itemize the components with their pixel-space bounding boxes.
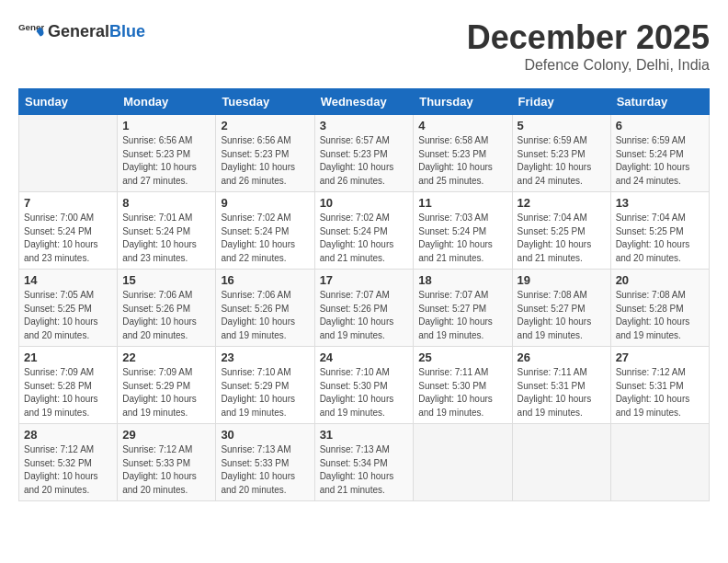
- header: General GeneralBlue December 2025 Defenc…: [18, 18, 710, 74]
- day-number: 4: [418, 119, 506, 132]
- calendar-table: SundayMondayTuesdayWednesdayThursdayFrid…: [18, 88, 710, 501]
- calendar-cell: 19Sunrise: 7:08 AM Sunset: 5:27 PM Dayli…: [512, 270, 610, 347]
- weekday-header-friday: Friday: [512, 89, 610, 115]
- day-number: 31: [320, 428, 409, 442]
- month-title: December 2025: [467, 18, 710, 57]
- logo-general: General: [48, 22, 109, 40]
- calendar-cell: 26Sunrise: 7:11 AM Sunset: 5:31 PM Dayli…: [512, 347, 610, 424]
- day-info: Sunrise: 7:10 AM Sunset: 5:30 PM Dayligh…: [320, 366, 409, 419]
- day-number: 26: [518, 350, 606, 364]
- day-info: Sunrise: 6:57 AM Sunset: 5:23 PM Dayligh…: [320, 134, 409, 188]
- calendar-cell: 10Sunrise: 7:02 AM Sunset: 5:24 PM Dayli…: [314, 192, 414, 270]
- title-area: December 2025 Defence Colony, Delhi, Ind…: [467, 18, 710, 74]
- day-info: Sunrise: 6:58 AM Sunset: 5:23 PM Dayligh…: [418, 134, 506, 188]
- day-number: 10: [320, 196, 409, 210]
- calendar-cell: [610, 424, 709, 501]
- day-number: 5: [518, 119, 606, 132]
- calendar-cell: 14Sunrise: 7:05 AM Sunset: 5:25 PM Dayli…: [19, 270, 118, 347]
- day-number: 7: [24, 196, 112, 210]
- calendar-cell: 16Sunrise: 7:06 AM Sunset: 5:26 PM Dayli…: [216, 270, 314, 347]
- calendar-week-1: 1Sunrise: 6:56 AM Sunset: 5:23 PM Daylig…: [19, 115, 710, 192]
- day-info: Sunrise: 7:00 AM Sunset: 5:24 PM Dayligh…: [24, 212, 112, 265]
- day-info: Sunrise: 7:06 AM Sunset: 5:26 PM Dayligh…: [221, 289, 309, 342]
- calendar-cell: 18Sunrise: 7:07 AM Sunset: 5:27 PM Dayli…: [414, 270, 512, 347]
- day-number: 19: [518, 273, 606, 287]
- calendar-week-4: 21Sunrise: 7:09 AM Sunset: 5:28 PM Dayli…: [19, 347, 710, 424]
- calendar-cell: 15Sunrise: 7:06 AM Sunset: 5:26 PM Dayli…: [118, 270, 216, 347]
- calendar-cell: 13Sunrise: 7:04 AM Sunset: 5:25 PM Dayli…: [610, 192, 709, 270]
- day-info: Sunrise: 6:59 AM Sunset: 5:23 PM Dayligh…: [518, 134, 606, 188]
- day-info: Sunrise: 7:12 AM Sunset: 5:32 PM Dayligh…: [24, 443, 112, 497]
- calendar-cell: 9Sunrise: 7:02 AM Sunset: 5:24 PM Daylig…: [216, 192, 314, 270]
- day-number: 14: [24, 273, 112, 287]
- day-info: Sunrise: 6:59 AM Sunset: 5:24 PM Dayligh…: [616, 134, 704, 188]
- weekday-header-monday: Monday: [118, 89, 216, 115]
- calendar-cell: 12Sunrise: 7:04 AM Sunset: 5:25 PM Dayli…: [512, 192, 610, 270]
- calendar-cell: 11Sunrise: 7:03 AM Sunset: 5:24 PM Dayli…: [414, 192, 512, 270]
- calendar-week-5: 28Sunrise: 7:12 AM Sunset: 5:32 PM Dayli…: [19, 424, 710, 501]
- weekday-header-saturday: Saturday: [610, 89, 709, 115]
- calendar-cell: 20Sunrise: 7:08 AM Sunset: 5:28 PM Dayli…: [610, 270, 709, 347]
- day-number: 29: [122, 428, 210, 442]
- location-title: Defence Colony, Delhi, India: [467, 57, 710, 74]
- day-info: Sunrise: 7:11 AM Sunset: 5:30 PM Dayligh…: [418, 366, 506, 419]
- calendar-cell: 23Sunrise: 7:10 AM Sunset: 5:29 PM Dayli…: [216, 347, 314, 424]
- day-info: Sunrise: 7:10 AM Sunset: 5:29 PM Dayligh…: [221, 366, 309, 419]
- calendar-cell: 7Sunrise: 7:00 AM Sunset: 5:24 PM Daylig…: [19, 192, 118, 270]
- day-info: Sunrise: 7:06 AM Sunset: 5:26 PM Dayligh…: [122, 289, 210, 342]
- day-info: Sunrise: 7:08 AM Sunset: 5:28 PM Dayligh…: [616, 289, 704, 342]
- calendar-cell: 8Sunrise: 7:01 AM Sunset: 5:24 PM Daylig…: [118, 192, 216, 270]
- day-number: 23: [221, 350, 309, 364]
- day-number: 20: [616, 273, 704, 287]
- calendar-cell: 29Sunrise: 7:12 AM Sunset: 5:33 PM Dayli…: [118, 424, 216, 501]
- calendar-week-2: 7Sunrise: 7:00 AM Sunset: 5:24 PM Daylig…: [19, 192, 710, 270]
- calendar-week-3: 14Sunrise: 7:05 AM Sunset: 5:25 PM Dayli…: [19, 270, 710, 347]
- day-number: 8: [122, 196, 210, 210]
- day-info: Sunrise: 7:01 AM Sunset: 5:24 PM Dayligh…: [122, 212, 210, 265]
- calendar-cell: [19, 115, 118, 192]
- day-info: Sunrise: 7:08 AM Sunset: 5:27 PM Dayligh…: [518, 289, 606, 342]
- day-number: 13: [616, 196, 704, 210]
- day-info: Sunrise: 7:07 AM Sunset: 5:27 PM Dayligh…: [418, 289, 506, 342]
- logo-icon: General: [18, 18, 44, 44]
- day-info: Sunrise: 6:56 AM Sunset: 5:23 PM Dayligh…: [122, 134, 210, 188]
- day-info: Sunrise: 7:02 AM Sunset: 5:24 PM Dayligh…: [221, 212, 309, 265]
- calendar-cell: 28Sunrise: 7:12 AM Sunset: 5:32 PM Dayli…: [19, 424, 118, 501]
- day-info: Sunrise: 7:09 AM Sunset: 5:29 PM Dayligh…: [122, 366, 210, 419]
- calendar-cell: 27Sunrise: 7:12 AM Sunset: 5:31 PM Dayli…: [610, 347, 709, 424]
- weekday-header-wednesday: Wednesday: [314, 89, 414, 115]
- day-info: Sunrise: 7:07 AM Sunset: 5:26 PM Dayligh…: [320, 289, 409, 342]
- calendar-cell: [414, 424, 512, 501]
- day-info: Sunrise: 7:02 AM Sunset: 5:24 PM Dayligh…: [320, 212, 409, 265]
- calendar-cell: 6Sunrise: 6:59 AM Sunset: 5:24 PM Daylig…: [610, 115, 709, 192]
- day-info: Sunrise: 7:13 AM Sunset: 5:34 PM Dayligh…: [320, 443, 409, 497]
- calendar-cell: 4Sunrise: 6:58 AM Sunset: 5:23 PM Daylig…: [414, 115, 512, 192]
- day-info: Sunrise: 7:04 AM Sunset: 5:25 PM Dayligh…: [616, 212, 704, 265]
- day-number: 6: [616, 119, 704, 132]
- day-info: Sunrise: 7:11 AM Sunset: 5:31 PM Dayligh…: [518, 366, 606, 419]
- weekday-header-tuesday: Tuesday: [216, 89, 314, 115]
- day-number: 28: [24, 428, 112, 442]
- calendar-cell: 25Sunrise: 7:11 AM Sunset: 5:30 PM Dayli…: [414, 347, 512, 424]
- calendar-cell: 21Sunrise: 7:09 AM Sunset: 5:28 PM Dayli…: [19, 347, 118, 424]
- day-info: Sunrise: 6:56 AM Sunset: 5:23 PM Dayligh…: [221, 134, 309, 188]
- day-number: 15: [122, 273, 210, 287]
- logo-blue: Blue: [109, 22, 145, 40]
- day-info: Sunrise: 7:09 AM Sunset: 5:28 PM Dayligh…: [24, 366, 112, 419]
- day-info: Sunrise: 7:03 AM Sunset: 5:24 PM Dayligh…: [418, 212, 506, 265]
- day-number: 17: [320, 273, 409, 287]
- day-info: Sunrise: 7:12 AM Sunset: 5:31 PM Dayligh…: [616, 366, 704, 419]
- day-number: 12: [518, 196, 606, 210]
- calendar-cell: [512, 424, 610, 501]
- weekday-header-sunday: Sunday: [19, 89, 118, 115]
- weekday-header-row: SundayMondayTuesdayWednesdayThursdayFrid…: [19, 89, 710, 115]
- day-number: 18: [418, 273, 506, 287]
- calendar-cell: 31Sunrise: 7:13 AM Sunset: 5:34 PM Dayli…: [314, 424, 414, 501]
- calendar-cell: 2Sunrise: 6:56 AM Sunset: 5:23 PM Daylig…: [216, 115, 314, 192]
- calendar-cell: 22Sunrise: 7:09 AM Sunset: 5:29 PM Dayli…: [118, 347, 216, 424]
- calendar-cell: 5Sunrise: 6:59 AM Sunset: 5:23 PM Daylig…: [512, 115, 610, 192]
- day-number: 16: [221, 273, 309, 287]
- day-number: 3: [320, 119, 409, 132]
- day-number: 22: [122, 350, 210, 364]
- day-number: 27: [616, 350, 704, 364]
